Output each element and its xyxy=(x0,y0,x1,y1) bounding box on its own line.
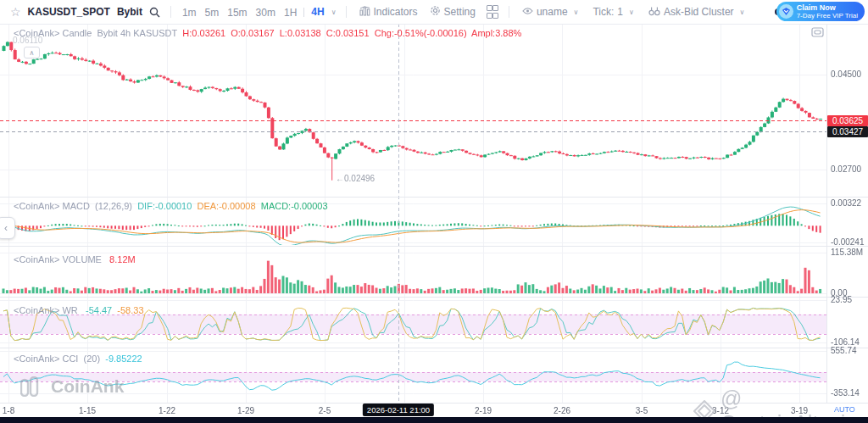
price-axis-label: 23.95 xyxy=(831,295,852,304)
legend-close: C:0.03151 xyxy=(326,28,370,38)
time-axis-label: 2-5 xyxy=(319,406,331,415)
bottom-dark-strip xyxy=(0,417,868,423)
vip-badge-icon xyxy=(779,4,793,19)
screenshot-camera-icon[interactable] xyxy=(811,25,824,41)
divider xyxy=(303,8,304,17)
collapse-left-button[interactable]: ‹ xyxy=(0,217,15,239)
price-axis-label: 115.38M xyxy=(831,248,863,257)
time-axis-label: 1-29 xyxy=(237,406,254,415)
price-axis-label: 555.74 xyxy=(831,346,857,355)
symbol-name[interactable]: KASUSDT_SPOT xyxy=(28,6,110,18)
binoculars-icon xyxy=(648,6,660,19)
divider xyxy=(170,6,171,18)
time-axis-label: 3-5 xyxy=(636,406,648,415)
volume-title: <CoinAnk> VOLUME xyxy=(14,254,102,264)
chevron-down-icon: ∨ xyxy=(574,8,579,16)
trading-app: ☆ KASUSDT_SPOT Bybit 1m5m15m30m1H 4H ∨ I… xyxy=(0,0,868,423)
tick-select[interactable]: Tick: 1 ∨ xyxy=(593,6,636,18)
timeframe-4h[interactable]: 4H xyxy=(311,6,324,18)
lowest-price-annotation: ←0.02496 xyxy=(336,174,375,183)
tick-label: Tick: xyxy=(593,6,614,18)
macd-dea-value: DEA:-0.00008 xyxy=(197,201,255,211)
indicators-button[interactable]: Indicators xyxy=(359,6,418,19)
chevron-down-icon: ∨ xyxy=(740,8,745,16)
time-axis-label: 1-22 xyxy=(159,406,175,415)
legend-change: Chg:-0.51%(-0.00016) xyxy=(375,28,467,38)
crosshair-price-badge: 0.03427 xyxy=(827,126,868,137)
price-axis-label: 0.04500 xyxy=(831,70,861,79)
uname-label: uname xyxy=(537,6,568,18)
macd-params: (12,26,9) xyxy=(95,201,132,211)
indicators-label: Indicators xyxy=(374,6,418,18)
time-axis-label: 2-19 xyxy=(475,406,492,415)
macd-dif-value: DIF:-0.00010 xyxy=(137,201,192,211)
time-axis-label: 1-8 xyxy=(3,406,14,415)
legend-symbol: Bybit 4h KASUSDT xyxy=(97,28,177,38)
vip-trial-button[interactable]: Claim Now 7-Day Free VIP Trial xyxy=(776,2,865,21)
collapse-pane-button[interactable]: ∧ xyxy=(24,47,40,58)
chevron-left-icon: ‹ xyxy=(4,222,8,234)
macd-legend: <CoinAnk> MACD (12,26,9) DIF:-0.00010 DE… xyxy=(14,201,328,211)
search-icon[interactable] xyxy=(149,7,160,18)
cci-params: (20) xyxy=(84,353,101,364)
cci-title: <CoinAnk> CCI xyxy=(14,353,78,364)
macd-hist-value: MACD:-0.00003 xyxy=(261,201,328,211)
price-axis-label: 0.02700 xyxy=(831,164,861,174)
tick-value: 1 xyxy=(617,6,623,18)
divider xyxy=(509,6,509,18)
cci-legend: <CoinAnk> CCI (20) -9.85222 xyxy=(14,353,142,364)
main-chart-legend: <CoinAnk> Candle Bybit 4h KASUSDT H:0.03… xyxy=(14,28,521,38)
legend-source: <CoinAnk> Candle xyxy=(14,28,92,38)
coinank-logo-icon xyxy=(20,376,46,397)
price-axis-label: -0.00241 xyxy=(831,237,864,247)
price-axis-label: 0.00322 xyxy=(831,198,861,208)
legend-low: L:0.03138 xyxy=(280,28,321,38)
layout-grid-icon[interactable] xyxy=(487,5,497,19)
setting-button[interactable]: Setting xyxy=(430,5,476,19)
exchange-name[interactable]: Bybit xyxy=(117,6,142,18)
vip-line2: 7-Day Free VIP Trial xyxy=(797,12,858,19)
coinank-watermark-text: CoinAnk xyxy=(51,376,124,397)
setting-label: Setting xyxy=(444,6,476,18)
chevron-up-icon: ∧ xyxy=(30,49,35,57)
askbid-cluster-toggle[interactable]: Ask-Bid Cluster ∨ xyxy=(648,6,748,19)
timeframe-1h[interactable]: 1H xyxy=(284,7,297,19)
legend-open: O:0.03167 xyxy=(231,28,274,38)
favorite-star-icon[interactable]: ☆ xyxy=(10,5,21,19)
eye-icon xyxy=(522,6,533,18)
vip-line1: Claim Now xyxy=(797,3,858,12)
uname-menu[interactable]: uname ∨ xyxy=(522,6,581,18)
chevron-down-icon: ∨ xyxy=(629,8,634,16)
coinank-watermark: CoinAnk xyxy=(20,376,124,397)
wr-value-1: -54.47 xyxy=(86,305,112,315)
last-price-badge: 0.03625 xyxy=(827,115,868,126)
time-axis-label: 2-26 xyxy=(554,406,570,415)
cci-value: -9.85222 xyxy=(105,353,142,364)
divider xyxy=(346,6,347,18)
askbid-label: Ask-Bid Cluster xyxy=(664,6,734,18)
timeframe-list: 1m5m15m30m1H xyxy=(178,4,301,19)
indicators-icon xyxy=(359,6,370,19)
crosshair-time-tooltip: 2026-02-11 21:00 xyxy=(363,404,434,416)
chevron-down-icon[interactable]: ∨ xyxy=(331,8,337,16)
timeframe-1m[interactable]: 1m xyxy=(182,7,197,19)
volume-value: 8.12M xyxy=(109,254,136,264)
timeframe-15m[interactable]: 15m xyxy=(227,7,247,19)
timeframe-5m[interactable]: 5m xyxy=(205,7,220,19)
wr-legend: <CoinAnk> WR -54.47 -58.33 xyxy=(14,305,144,315)
wr-value-2: -58.33 xyxy=(117,305,143,315)
gear-icon xyxy=(430,5,441,19)
macd-title: <CoinAnk> MACD xyxy=(14,201,90,211)
toolbar: ☆ KASUSDT_SPOT Bybit 1m5m15m30m1H 4H ∨ I… xyxy=(0,0,868,25)
legend-amplitude: Ampl:3.88% xyxy=(471,28,521,38)
timeframe-30m[interactable]: 30m xyxy=(256,7,275,19)
legend-high: H:0.03261 xyxy=(182,28,225,38)
time-axis-label: 1-15 xyxy=(79,406,96,415)
volume-legend: <CoinAnk> VOLUME 8.12M xyxy=(14,254,136,264)
wr-title: <CoinAnk> WR xyxy=(14,305,78,315)
